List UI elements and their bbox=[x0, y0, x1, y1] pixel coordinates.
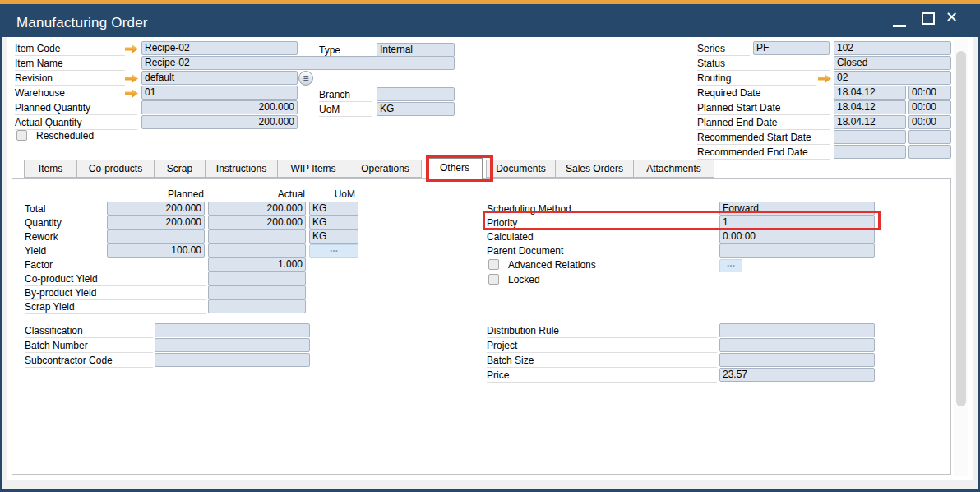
quantity-planned-field[interactable]: 200.000 bbox=[107, 216, 205, 230]
revision-field[interactable]: default bbox=[141, 71, 298, 85]
tab-attachments[interactable]: Attachments bbox=[633, 160, 714, 178]
yield-actual-field[interactable] bbox=[208, 244, 306, 258]
locked-label: Locked bbox=[508, 274, 540, 287]
tab-sales-orders[interactable]: Sales Orders bbox=[555, 160, 634, 178]
parent-document-label: Parent Document bbox=[487, 244, 717, 258]
document-number-field[interactable]: 102 bbox=[834, 41, 951, 55]
maximize-icon[interactable] bbox=[922, 12, 935, 25]
rescheduled-checkbox[interactable] bbox=[16, 130, 27, 141]
close-icon[interactable]: ✕ bbox=[945, 9, 958, 26]
project-field[interactable] bbox=[719, 338, 875, 352]
series-label: Series bbox=[697, 42, 750, 56]
subcontractor-code-label: Subcontractor Code bbox=[25, 354, 153, 368]
planned-quantity-field[interactable]: 200.000 bbox=[141, 100, 298, 114]
branch-label: Branch bbox=[319, 88, 372, 102]
quantity-actual-field[interactable]: 200.000 bbox=[208, 216, 306, 230]
recommended-end-time-field[interactable] bbox=[908, 145, 951, 159]
rework-actual-field[interactable] bbox=[208, 230, 306, 244]
total-actual-field[interactable]: 200.000 bbox=[208, 202, 306, 216]
calculated-field[interactable]: 0:00:00 bbox=[719, 230, 875, 244]
recommended-end-date-label: Recommended End Date bbox=[697, 146, 830, 160]
tab-instructions[interactable]: Instructions bbox=[205, 160, 278, 178]
parent-document-field[interactable] bbox=[719, 244, 875, 258]
window-title: Manufacturing Order bbox=[16, 15, 148, 31]
recommended-end-date-field[interactable] bbox=[834, 145, 906, 159]
uom-field[interactable]: KG bbox=[377, 102, 455, 116]
total-uom-field[interactable]: KG bbox=[309, 202, 358, 216]
price-field[interactable]: 23.57 bbox=[719, 368, 875, 382]
quantity-uom-field[interactable]: KG bbox=[309, 216, 358, 230]
status-label: Status bbox=[697, 57, 830, 71]
minimize-icon[interactable] bbox=[893, 25, 906, 27]
advanced-relations-label: Advanced Relations bbox=[508, 259, 596, 272]
choose-from-list-icon[interactable]: ≡ bbox=[298, 71, 313, 86]
yield-planned-field[interactable]: 100.00 bbox=[107, 244, 205, 258]
required-date-label: Required Date bbox=[697, 86, 830, 100]
tab-scrap[interactable]: Scrap bbox=[154, 160, 206, 178]
planned-end-date-field[interactable]: 18.04.12 bbox=[834, 115, 906, 129]
tab-bar: Items Co-products Scrap Instructions WIP… bbox=[25, 160, 714, 179]
yield-browse-button[interactable]: ... bbox=[309, 244, 358, 258]
tab-items[interactable]: Items bbox=[24, 160, 77, 178]
recommended-start-date-label: Recommended Start Date bbox=[697, 131, 830, 145]
tab-documents[interactable]: Documents bbox=[486, 160, 556, 178]
classification-label: Classification bbox=[25, 324, 153, 338]
rework-uom-field[interactable]: KG bbox=[309, 230, 358, 244]
window-border-left bbox=[0, 37, 2, 492]
recommended-start-time-field[interactable] bbox=[908, 130, 951, 144]
tab-operations[interactable]: Operations bbox=[349, 160, 422, 178]
required-date-field[interactable]: 18.04.12 bbox=[834, 86, 906, 100]
planned-start-time-field[interactable]: 00:00 bbox=[908, 100, 951, 114]
classification-field[interactable] bbox=[155, 323, 310, 337]
priority-label: Priority bbox=[487, 216, 717, 230]
routing-field[interactable]: 02 bbox=[834, 71, 951, 85]
actual-quantity-field[interactable]: 200.000 bbox=[141, 115, 298, 129]
priority-field[interactable]: 1 bbox=[719, 216, 875, 230]
recommended-start-date-field[interactable] bbox=[834, 130, 906, 144]
scheduling-method-field[interactable]: Forward bbox=[719, 202, 875, 216]
scrap-yield-label: Scrap Yield bbox=[25, 300, 206, 314]
yield-label: Yield bbox=[25, 244, 105, 258]
distribution-rule-label: Distribution Rule bbox=[487, 324, 717, 338]
planned-end-date-label: Planned End Date bbox=[697, 116, 830, 130]
revision-label: Revision bbox=[15, 72, 125, 86]
planned-start-date-field[interactable]: 18.04.12 bbox=[834, 100, 906, 114]
warehouse-field[interactable]: 01 bbox=[141, 86, 298, 100]
advanced-relations-browse-button[interactable]: ... bbox=[719, 259, 742, 272]
subcontractor-code-field[interactable] bbox=[155, 353, 310, 367]
item-name-field[interactable]: Recipe-02 bbox=[141, 56, 455, 70]
branch-field[interactable] bbox=[377, 87, 455, 101]
scrap-yield-field[interactable] bbox=[208, 299, 306, 313]
rework-planned-field[interactable] bbox=[107, 230, 205, 244]
quantity-label: Quantity bbox=[25, 216, 105, 230]
total-label: Total bbox=[25, 202, 105, 216]
tab-co-products[interactable]: Co-products bbox=[76, 160, 155, 178]
by-product-yield-label: By-product Yield bbox=[25, 286, 206, 300]
batch-size-field[interactable] bbox=[719, 353, 875, 367]
series-field[interactable]: PF bbox=[753, 41, 830, 55]
factor-field[interactable]: 1.000 bbox=[208, 258, 306, 272]
planned-start-date-label: Planned Start Date bbox=[697, 101, 830, 115]
type-label: Type bbox=[319, 44, 372, 58]
batch-number-label: Batch Number bbox=[25, 339, 153, 353]
total-planned-field[interactable]: 200.000 bbox=[107, 202, 205, 216]
item-name-label: Item Name bbox=[15, 57, 125, 71]
tab-wip-items[interactable]: WIP Items bbox=[277, 160, 349, 178]
co-product-yield-field[interactable] bbox=[208, 272, 306, 285]
distribution-rule-field[interactable] bbox=[719, 323, 875, 337]
project-label: Project bbox=[487, 339, 717, 353]
planned-column-header: Planned bbox=[107, 188, 204, 202]
planned-end-time-field[interactable]: 00:00 bbox=[908, 115, 951, 129]
warehouse-label: Warehouse bbox=[15, 86, 125, 100]
tab-others[interactable]: Others bbox=[427, 158, 483, 179]
status-field[interactable]: Closed bbox=[834, 56, 951, 70]
required-time-field[interactable]: 00:00 bbox=[908, 86, 951, 100]
type-field[interactable]: Internal bbox=[377, 43, 455, 57]
scrollbar-thumb[interactable] bbox=[956, 51, 966, 406]
locked-checkbox[interactable] bbox=[488, 274, 499, 285]
batch-number-field[interactable] bbox=[155, 338, 310, 352]
item-code-field[interactable]: Recipe-02 bbox=[141, 41, 298, 55]
by-product-yield-field[interactable] bbox=[208, 285, 306, 299]
advanced-relations-checkbox[interactable] bbox=[488, 259, 499, 270]
co-product-yield-label: Co-product Yield bbox=[25, 272, 206, 286]
